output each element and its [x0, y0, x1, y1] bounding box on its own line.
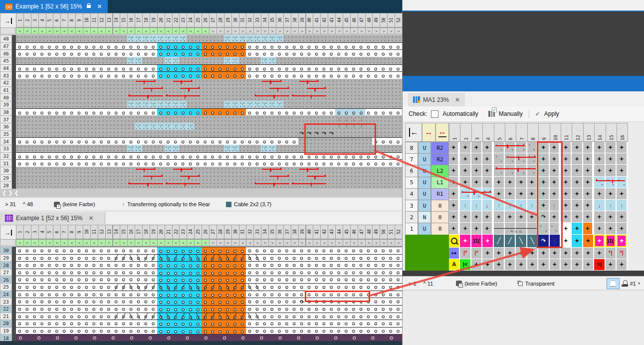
knit-direction-cell[interactable]: >	[253, 239, 261, 246]
technique-cell[interactable]	[471, 259, 482, 271]
column-header[interactable]: 16	[617, 123, 628, 142]
column-header[interactable]: 2	[23, 225, 31, 239]
column-header[interactable]: 33	[253, 225, 261, 239]
grid-cell[interactable]	[606, 223, 617, 234]
grid-cell[interactable]	[538, 153, 549, 165]
grid-cell[interactable]	[460, 211, 471, 223]
chart-row[interactable]	[16, 320, 402, 327]
carriage-direction-cell[interactable]: U	[418, 153, 431, 165]
row-header[interactable]: 34	[0, 137, 12, 145]
grid-cell[interactable]	[561, 142, 572, 153]
knit-direction-cell[interactable]: >	[335, 239, 343, 246]
technique-cell[interactable]: *|	[606, 248, 617, 259]
row-header[interactable]: 30	[0, 247, 12, 255]
grid-cell[interactable]	[617, 153, 628, 165]
column-header[interactable]: 47	[358, 225, 366, 239]
grid-cell[interactable]	[606, 165, 617, 176]
row-header[interactable]: 39	[0, 101, 12, 109]
column-header[interactable]: 20	[157, 225, 165, 239]
grid-cell[interactable]	[494, 188, 505, 200]
automatically-checkbox[interactable]	[431, 110, 438, 118]
column-header[interactable]: 40	[306, 225, 314, 239]
knit-direction-cell[interactable]: >	[298, 27, 306, 34]
grid-cell[interactable]	[583, 223, 594, 234]
column-header[interactable]: 1	[16, 225, 24, 239]
grid-cell[interactable]	[527, 188, 538, 200]
knit-direction-cell[interactable]: >	[239, 27, 247, 34]
close-icon[interactable]: ✕	[97, 3, 102, 9]
grid-cell[interactable]	[471, 165, 482, 176]
row-header[interactable]: 48	[0, 35, 12, 43]
technique-cell[interactable]	[516, 248, 527, 259]
module-color-block[interactable]	[405, 235, 449, 271]
column-header[interactable]: 4	[38, 225, 46, 239]
carriage-direction-cell[interactable]: U	[418, 165, 431, 177]
row-header[interactable]: 36	[0, 123, 12, 131]
grid-cell[interactable]	[494, 211, 505, 223]
column-header[interactable]: 14	[594, 123, 606, 142]
grid-cell[interactable]	[550, 177, 561, 188]
knit-direction-cell[interactable]: >	[313, 27, 321, 34]
grid-cell[interactable]	[516, 177, 527, 188]
technique-cell[interactable]	[449, 235, 460, 248]
chart-row[interactable]	[16, 79, 402, 86]
column-header[interactable]: 6	[505, 123, 516, 142]
column-header[interactable]: 28	[216, 13, 224, 27]
knit-direction-cell[interactable]: <	[165, 239, 173, 246]
technique-cell[interactable]	[617, 259, 628, 271]
column-header[interactable]: 40	[306, 13, 314, 27]
knit-direction-cell[interactable]: >	[276, 239, 284, 246]
column-header[interactable]: 51	[387, 13, 395, 27]
column-header[interactable]: 30	[231, 225, 239, 239]
grid-cell[interactable]	[550, 142, 561, 153]
grid-cell[interactable]	[561, 165, 572, 176]
row-header[interactable]: 21	[0, 313, 12, 321]
row-header[interactable]: 38	[0, 108, 12, 116]
column-header[interactable]: 38	[291, 225, 299, 239]
knit-direction-cell[interactable]: <	[194, 27, 202, 34]
row-header[interactable]: 41	[0, 86, 12, 94]
grid-cell[interactable]	[449, 142, 460, 153]
grid-cell[interactable]: ↓	[594, 200, 605, 211]
knit-direction-cell[interactable]: >	[306, 27, 314, 34]
knit-direction-cell[interactable]: <	[68, 239, 76, 246]
column-header[interactable]: 15	[606, 123, 617, 142]
stamp-icon[interactable]	[622, 280, 628, 287]
grid-cell[interactable]	[449, 177, 460, 188]
column-header[interactable]: 8	[68, 225, 76, 239]
knit-direction-cell[interactable]: >	[320, 27, 328, 34]
grid-cell[interactable]	[471, 177, 482, 188]
repeat-width-icon[interactable]: ↔	[435, 123, 449, 142]
grid-cell[interactable]	[594, 153, 605, 165]
automatically-label[interactable]: Automatically	[442, 110, 478, 117]
chart-row[interactable]	[16, 334, 402, 342]
column-header[interactable]: 23	[179, 13, 187, 27]
chart-row[interactable]: ╱╱╲╲╱╱╲╲╱╱╲╲╱╱╲╲╱╱╲╲	[16, 283, 402, 291]
grid-cell[interactable]	[471, 142, 482, 153]
grid-cell[interactable]	[527, 177, 538, 188]
column-header[interactable]: 4	[482, 123, 494, 142]
grid-cell[interactable]	[482, 223, 493, 234]
knit-direction-cell[interactable]: <	[75, 239, 83, 246]
chart-row[interactable]	[16, 71, 402, 79]
grid-cell[interactable]: ↑	[550, 200, 561, 211]
row-header[interactable]: 19	[0, 327, 12, 335]
row-header[interactable]: 30	[0, 167, 12, 175]
column-header[interactable]: 24	[187, 13, 195, 27]
knit-direction-cell[interactable]: <	[165, 27, 173, 34]
row-number[interactable]: 2	[405, 211, 418, 223]
knit-direction-cell[interactable]: >	[231, 27, 239, 34]
technique-cell[interactable]: >|	[594, 259, 605, 271]
knit-direction-cell[interactable]: <	[16, 239, 24, 246]
knit-direction-cell[interactable]: <	[202, 239, 210, 246]
carriage-direction-cell[interactable]: U	[418, 223, 431, 235]
column-header[interactable]: 17	[135, 13, 143, 27]
knit-direction-cell[interactable]: <	[23, 239, 31, 246]
grid-cell[interactable]	[561, 153, 572, 165]
knit-direction-cell[interactable]: >	[380, 27, 388, 34]
column-header[interactable]: 5	[46, 13, 54, 27]
column-header[interactable]: 17	[135, 225, 143, 239]
apply-label[interactable]: Apply	[544, 110, 559, 117]
column-header[interactable]: 27	[209, 13, 217, 27]
carriage-direction-cell[interactable]: U	[418, 200, 431, 212]
